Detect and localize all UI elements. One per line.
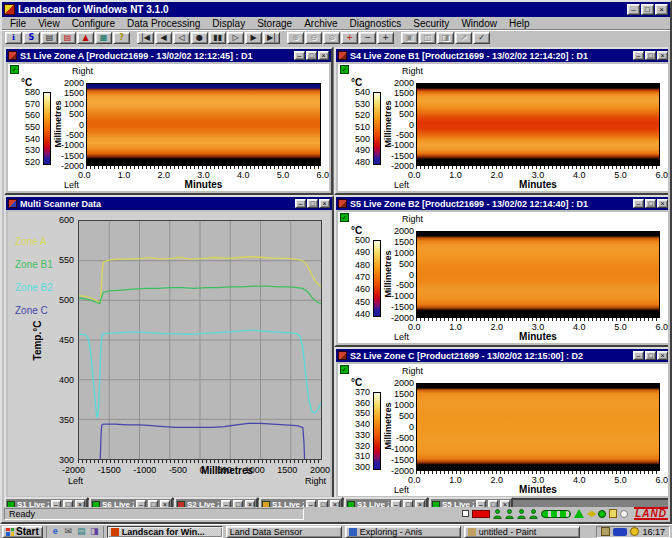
minimize-button-icon[interactable]: – [633,351,644,360]
tick-label: 460 [355,284,370,294]
minimize-button-icon[interactable]: – [221,500,231,507]
help-icon[interactable]: ? [113,32,130,44]
tick-label: 530 [355,99,370,109]
channels-icon[interactable]: ◨ [89,526,100,537]
menu-item-window[interactable]: Window [455,18,503,29]
minimized-window[interactable]: S1 Live Z... – □ × [4,497,88,507]
volume-tray-icon[interactable] [630,527,639,536]
minimized-window[interactable]: S1 Live Z... – □ × [344,497,428,507]
keyboard-layout-icon[interactable] [601,527,610,536]
close-button-icon[interactable]: × [319,199,330,208]
scan-window-titlebar[interactable]: S1 Live Zone A [Product21699 - 13/02/02 … [6,49,331,62]
tick-label: 6.0 [655,322,668,331]
menu-item-security[interactable]: Security [407,18,455,29]
desktop-icon[interactable]: ▤ [76,526,87,537]
maximize-button-icon[interactable]: □ [63,500,73,507]
close-button-icon[interactable]: × [657,351,668,360]
taskbar-task-1[interactable]: Land Data Sensor [226,526,342,538]
menu-item-archive[interactable]: Archive [298,18,343,29]
minimize-button-icon[interactable]: – [294,51,305,60]
menu-item-storage[interactable]: Storage [251,18,298,29]
minimized-window[interactable]: S2 Live Z... – □ × [174,497,258,507]
live-check-icon[interactable]: ✓ [340,65,349,74]
close-button-icon[interactable]: × [655,4,668,15]
close-button-icon[interactable]: × [318,51,329,60]
tick-label: 0 [409,270,414,280]
minimize-button-icon[interactable]: – [391,500,401,507]
close-button-icon[interactable]: × [330,500,340,507]
scanner-setup-icon[interactable]: ▦ [95,32,112,44]
summary-icon[interactable]: S [23,32,40,44]
minimize-button-icon[interactable]: – [627,4,640,15]
maximize-button-icon[interactable]: □ [645,199,656,208]
close-button-icon[interactable]: × [75,500,85,507]
scan-client: ✓ Right °C 500490480470460450440 Millime… [338,212,668,343]
close-button-icon[interactable]: × [245,500,255,507]
maximize-button-icon[interactable]: □ [318,500,328,507]
maximize-button-icon[interactable]: □ [403,500,413,507]
skip-start-icon[interactable]: |◀ [137,32,154,44]
minimize-button-icon[interactable]: – [136,500,146,507]
live-check-icon[interactable]: ✓ [10,65,19,74]
step-back-icon[interactable]: ◀ [155,32,172,44]
taskbar-task-0[interactable]: Landscan for Win... [107,526,223,538]
multi-scanner-titlebar[interactable]: Multi Scanner Data – □ × [6,197,332,210]
close-button-icon[interactable]: × [657,199,668,208]
maximize-button-icon[interactable]: □ [645,351,656,360]
print-alarm-icon[interactable]: ▤ [59,32,76,44]
tick-label: 320 [355,441,370,451]
grid-icon[interactable]: + [341,32,358,44]
maximize-button-icon[interactable]: □ [307,199,318,208]
maximize-button-icon[interactable]: □ [641,4,654,15]
menu-item-help[interactable]: Help [503,18,536,29]
close-button-icon[interactable]: × [415,500,425,507]
menu-item-data-processing[interactable]: Data Processing [121,18,206,29]
minimized-window[interactable]: S6 Live Z... – □ × [89,497,173,507]
minimize-button-icon[interactable]: – [633,199,644,208]
record-icon[interactable]: ● [191,32,208,44]
info-icon[interactable]: ℹ [5,32,22,44]
menu-item-view[interactable]: View [32,18,66,29]
window-title: S1 Live Z... [17,500,49,507]
taskbar-task-2[interactable]: Exploring - Anis [345,526,461,538]
expand-icon[interactable]: + [377,32,394,44]
maximize-button-icon[interactable]: □ [233,500,243,507]
taskbar-task-3[interactable]: untitled - Paint [464,526,580,538]
live-check-icon[interactable]: ✓ [340,365,349,374]
minimize-button-icon[interactable]: – [633,51,644,60]
maximize-button-icon[interactable]: □ [148,500,158,507]
scan-window-titlebar[interactable]: S5 Live Zone B2 [Product21699 - 13/02/02… [336,197,668,210]
menu-bar: FileViewConfigureData ProcessingDisplayS… [2,17,670,30]
play-icon[interactable]: ▷ [227,32,244,44]
tick-label: 4.0 [573,322,586,331]
minimize-button-icon[interactable]: – [295,199,306,208]
alarm-triangle-icon[interactable]: ▲ [77,32,94,44]
print-icon[interactable]: ▤ [41,32,58,44]
contract-icon[interactable]: − [359,32,376,44]
internet-explorer-icon[interactable]: e [50,526,61,537]
service-tray-icon[interactable] [613,528,627,536]
pause-icon[interactable]: ▮▮ [209,32,226,44]
accept-icon[interactable]: ✓ [473,32,490,44]
minimized-window[interactable]: S1 Live Z... – □ × [259,497,343,507]
clock[interactable]: 16:17 [642,527,665,537]
minimize-button-icon[interactable]: – [306,500,316,507]
scan-window-titlebar[interactable]: S4 Live Zone B1 [Product21699 - 13/02/02… [336,49,668,62]
menu-item-file[interactable]: File [4,18,32,29]
scan-window-titlebar[interactable]: S2 Live Zone C [Product21699 - 13/02/02 … [336,349,668,362]
step-forward-icon[interactable]: ▶ [245,32,262,44]
menu-item-display[interactable]: Display [206,18,251,29]
close-button-icon[interactable]: × [160,500,170,507]
menu-item-configure[interactable]: Configure [66,18,121,29]
outlook-icon[interactable]: ✉ [63,526,74,537]
play-back-icon[interactable]: ◁ [173,32,190,44]
maximize-button-icon[interactable]: □ [306,51,317,60]
maximize-button-icon[interactable]: □ [645,51,656,60]
menu-item-diagnostics[interactable]: Diagnostics [344,18,408,29]
close-button-icon[interactable]: × [657,51,668,60]
live-check-icon[interactable]: ✓ [340,213,349,222]
minimize-button-icon[interactable]: – [51,500,61,507]
skip-end-icon[interactable]: ▶| [263,32,280,44]
app-titlebar[interactable]: Landscan for Windows NT 3.1.0 – □ × [2,2,670,17]
start-button[interactable]: Start [2,526,43,538]
